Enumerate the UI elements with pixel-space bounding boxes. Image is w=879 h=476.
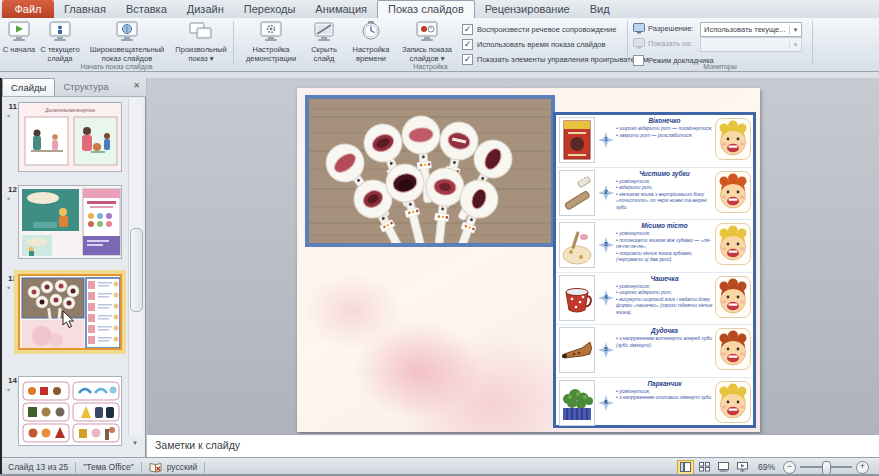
slideshow-view-icon bbox=[737, 462, 748, 472]
exercise-instructions: • усміхнутися,• відкрити рот,• кінчиком … bbox=[616, 178, 713, 211]
slide-canvas[interactable]: 1 Віконечко • широко відкрити рот — посм… bbox=[297, 88, 760, 432]
cartoon-girl-face bbox=[715, 118, 751, 160]
tab-design[interactable]: Дизайн bbox=[177, 0, 234, 18]
exercise-number: 1 bbox=[598, 132, 614, 148]
exercise-number: 4 bbox=[598, 294, 614, 300]
tab-slideshow[interactable]: Показ слайдов bbox=[377, 0, 475, 18]
tab-review[interactable]: Рецензирование bbox=[475, 0, 580, 18]
record-slideshow-button[interactable]: Запись показа слайдов ▾ bbox=[398, 20, 456, 68]
exercise-title: Парканчик bbox=[616, 380, 713, 387]
play-narrations-checkbox[interactable]: ✓ Воспроизвести речевое сопровождение bbox=[462, 23, 616, 35]
exercise-row: 6 Парканчик • усміхнутися,• з напруження… bbox=[556, 378, 753, 430]
zoom-in-button[interactable]: + bbox=[856, 461, 869, 474]
zoom-slider-thumb[interactable] bbox=[822, 461, 831, 475]
zoom-out-button[interactable]: − bbox=[783, 461, 796, 474]
resolution-dropdown[interactable]: Использовать текуще... ▾ bbox=[700, 22, 802, 37]
cartoon-girl-face bbox=[715, 381, 751, 423]
checkbox-checked-icon: ✓ bbox=[462, 39, 473, 50]
notes-placeholder: Заметки к слайду bbox=[147, 435, 879, 451]
monitor-current-icon bbox=[47, 20, 73, 44]
close-panel-icon[interactable]: ✕ bbox=[133, 78, 140, 96]
exercise-title: Віконечко bbox=[616, 117, 713, 124]
resolution-label: Разрешение: bbox=[648, 24, 693, 33]
cup-image bbox=[559, 275, 595, 321]
zoom-slider[interactable] bbox=[800, 466, 852, 468]
tab-transitions[interactable]: Переходы bbox=[234, 0, 306, 18]
animation-indicator-icon: ✦ bbox=[6, 386, 16, 393]
spellcheck-icon[interactable] bbox=[149, 461, 162, 474]
tab-insert[interactable]: Вставка bbox=[116, 0, 177, 18]
slide-thumbnail-11[interactable]: Дыхательная минутка bbox=[18, 102, 122, 172]
ribbon-tab-bar: Файл Главная Вставка Дизайн Переходы Ани… bbox=[0, 0, 879, 18]
scrollbar-thumb[interactable] bbox=[130, 228, 143, 312]
slide-number: 12 bbox=[3, 185, 17, 194]
setup-slideshow-button[interactable]: Настройка демонстрации bbox=[240, 20, 302, 68]
cartoon-boy-face bbox=[715, 276, 751, 318]
exercise-row: 1 Віконечко • широко відкрити рот — посм… bbox=[556, 115, 753, 168]
start-group-label: Начать показ слайдов bbox=[0, 63, 233, 70]
slide-thumbnail-12[interactable] bbox=[18, 185, 122, 259]
slide-number: 11 bbox=[3, 102, 17, 111]
monitors-group-label: Мониторы bbox=[628, 63, 812, 70]
scroll-down-icon[interactable]: ▼ bbox=[129, 440, 141, 446]
tab-view[interactable]: Вид bbox=[580, 0, 620, 18]
status-bar: Слайд 13 из 25 "Тема Office" русский 69% bbox=[0, 457, 879, 476]
resolution-monitor-icon bbox=[633, 23, 645, 34]
window-edge bbox=[0, 78, 2, 476]
slide-thumbnail-14[interactable] bbox=[18, 376, 122, 446]
custom-show-button[interactable]: Произвольный показ ▾ bbox=[172, 20, 230, 68]
normal-view-button[interactable] bbox=[677, 460, 694, 475]
book-image bbox=[559, 117, 595, 163]
exercise-instructions: • усміхнутися,• з напруженням оголивши з… bbox=[616, 388, 713, 401]
notes-pane[interactable]: Заметки к слайду bbox=[147, 434, 879, 457]
dough-image bbox=[559, 222, 595, 268]
rehearse-timings-button[interactable]: Настройка времени bbox=[346, 20, 396, 68]
articulation-exercises-panel: 1 Віконечко • широко відкрити рот — посм… bbox=[553, 112, 756, 428]
powerpoint-window: Файл Главная Вставка Дизайн Переходы Ани… bbox=[0, 0, 879, 476]
hide-slide-button[interactable]: Скрыть слайд bbox=[304, 20, 344, 68]
thumbnail-title: Дыхательная минутка bbox=[19, 108, 121, 113]
dropdown-arrow-icon: ▾ bbox=[789, 26, 801, 34]
monitor-play-icon bbox=[6, 20, 32, 44]
theme-name: "Тема Office" bbox=[83, 462, 133, 472]
tab-outline[interactable]: Структура bbox=[55, 78, 116, 96]
tab-file[interactable]: Файл bbox=[2, 0, 54, 18]
slide-sorter-view-button[interactable] bbox=[696, 460, 713, 475]
thumbnail-art bbox=[19, 103, 122, 172]
slides-panel-tabs: Слайды Структура ✕ bbox=[2, 78, 146, 97]
from-beginning-button[interactable]: С начала bbox=[2, 20, 36, 68]
show-on-monitor-icon bbox=[633, 38, 645, 49]
exercise-title: Місимо тісто bbox=[616, 222, 713, 229]
tab-slides[interactable]: Слайды bbox=[2, 78, 55, 96]
broadcast-icon bbox=[114, 20, 140, 44]
exercise-title: Чистимо зубки bbox=[616, 170, 713, 177]
animation-indicator-icon: ✦ bbox=[6, 112, 16, 119]
cartoon-girl-face bbox=[715, 223, 751, 265]
exercise-instructions: • широко відкрити рот — посміхнутися;• з… bbox=[616, 125, 713, 138]
fence-bush-image bbox=[559, 380, 595, 426]
clock-icon bbox=[358, 20, 384, 44]
exercise-title: Дудочка bbox=[616, 327, 713, 334]
exercise-row: 4 Чашечка • усміхнутися;• широко відкрит… bbox=[556, 273, 753, 326]
slide-counter: Слайд 13 из 25 bbox=[8, 462, 68, 472]
articulation-paddles-photo bbox=[305, 95, 555, 247]
tab-home[interactable]: Главная bbox=[54, 0, 116, 18]
use-timings-checkbox[interactable]: ✓ Использовать время показа слайдов bbox=[462, 38, 605, 50]
exercise-title: Чашечка bbox=[616, 275, 713, 282]
slides-panel-scrollbar[interactable] bbox=[128, 98, 143, 435]
broadcast-slideshow-button[interactable]: Широковещательный показ слайдов bbox=[84, 20, 170, 68]
tab-animations[interactable]: Анимация bbox=[305, 0, 377, 18]
dropdown-arrow-icon: ▾ bbox=[789, 41, 801, 49]
zoom-percentage[interactable]: 69% bbox=[758, 462, 775, 472]
setup-group-label: Настройка bbox=[234, 63, 627, 70]
show-on-label: Показать на: bbox=[648, 39, 692, 48]
language-indicator[interactable]: русский bbox=[167, 462, 198, 472]
slideshow-view-button[interactable] bbox=[734, 460, 751, 475]
exercise-instructions: • усміхнутися;• поплескати язиком між гу… bbox=[616, 230, 713, 263]
mouse-cursor bbox=[62, 310, 75, 329]
reading-view-button[interactable] bbox=[715, 460, 732, 475]
from-current-slide-button[interactable]: С текущего слайда bbox=[38, 20, 82, 68]
exercise-number: 3 bbox=[598, 241, 614, 247]
custom-show-icon bbox=[188, 20, 214, 44]
reading-view-icon bbox=[718, 462, 729, 472]
